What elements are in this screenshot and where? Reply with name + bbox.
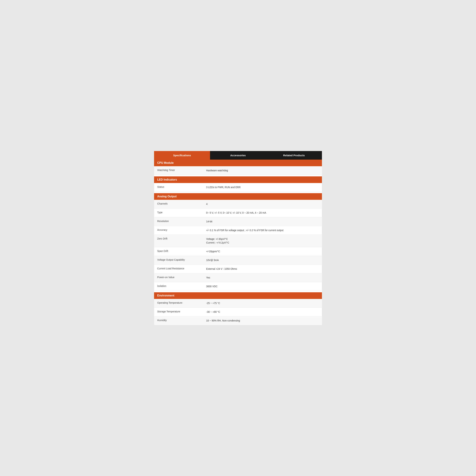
section-header-1: LED Indicators	[154, 176, 322, 183]
spec-row: Current Load ResistanceExternal +24 V : …	[154, 265, 322, 273]
spec-row: Humidity10 ~ 90% RH, Non-condensing	[154, 316, 322, 325]
spec-label: Operating Temperature	[157, 301, 206, 304]
spec-row: Span Drift+/-20ppm/°C	[154, 247, 322, 256]
spec-label: Status	[157, 186, 206, 188]
spec-value: -25 ~ +75 °C	[206, 301, 319, 305]
spec-label: Humidity	[157, 319, 206, 322]
section-header-2: Analog Output	[154, 193, 322, 200]
spec-row: Operating Temperature-25 ~ +75 °C	[154, 299, 322, 308]
spec-row: Voltage Output Capability10V@ 5mA	[154, 256, 322, 265]
spec-label: Isolation	[157, 285, 206, 287]
spec-label: Channels	[157, 202, 206, 205]
spec-label: Storage Temperature	[157, 310, 206, 313]
spec-value: External +24 V : 1050 Ohms	[206, 267, 319, 271]
spec-row: Type0~ 5 V, +/- 5 V, 0~ 10 V, +/- 10 V, …	[154, 208, 322, 217]
spec-label: Span Drift	[157, 250, 206, 253]
spec-value: 10V@ 5mA	[206, 258, 319, 262]
spec-value: 10 ~ 90% RH, Non-condensing	[206, 319, 319, 323]
spec-row: Resolution14-bit	[154, 217, 322, 226]
spec-label: Resolution	[157, 220, 206, 222]
spec-value: Voltage: +/-30μV/°CCurrent:: +/-0.2μV/°C	[206, 237, 319, 245]
spec-label: Accuracy	[157, 228, 206, 231]
spec-row: Status3 LEDs to PWR, RUN and ERR	[154, 183, 322, 192]
section-spacer	[154, 192, 322, 193]
spec-row: Accuracy+/- 0.1 % of FSR for voltage out…	[154, 226, 322, 235]
spec-value: 0~ 5 V, +/- 5 V, 0~ 10 V, +/- 10 V, 0 ~ …	[206, 211, 319, 215]
spec-label: Current Load Resistance	[157, 267, 206, 270]
section-spacer	[154, 175, 322, 176]
spec-value: Yes	[206, 276, 319, 280]
spec-value: +/-20ppm/°C	[206, 250, 319, 253]
spec-label: Zero Drift	[157, 237, 206, 240]
sections-container: CPU ModuleWatchdog TimerHardware watchdo…	[154, 160, 322, 325]
spec-value: 3000 VDC	[206, 285, 319, 288]
tab-accessories[interactable]: Accessories	[210, 151, 266, 160]
spec-row: Storage Temperature-30 ~ +80 °C	[154, 308, 322, 316]
spec-row: Watchdog TimerHardware watchdog	[154, 166, 322, 175]
spec-value: +/- 0.1 % of FSR for voltage output ; +/…	[206, 228, 319, 232]
spec-row: Isolation3000 VDC	[154, 282, 322, 291]
section-spacer	[154, 291, 322, 292]
spec-value: -30 ~ +80 °C	[206, 310, 319, 314]
specs-container: SpecificationsAccessoriesRelated Product…	[154, 151, 322, 325]
spec-row: Power-on ValueYes	[154, 273, 322, 282]
spec-label: Type	[157, 211, 206, 214]
spec-value: 14-bit	[206, 220, 319, 223]
spec-row: Zero DriftVoltage: +/-30μV/°CCurrent:: +…	[154, 235, 322, 247]
tab-related-products[interactable]: Related Products	[266, 151, 322, 160]
tab-specifications[interactable]: Specifications	[154, 151, 210, 160]
spec-label: Voltage Output Capability	[157, 258, 206, 261]
spec-row: Channels4	[154, 200, 322, 208]
spec-label: Power-on Value	[157, 276, 206, 279]
section-header-3: Environment	[154, 292, 322, 299]
tab-header: SpecificationsAccessoriesRelated Product…	[154, 151, 322, 160]
section-header-0: CPU Module	[154, 160, 322, 166]
spec-value: Hardware watchdog	[206, 169, 319, 172]
spec-value: 3 LEDs to PWR, RUN and ERR	[206, 186, 319, 189]
spec-label: Watchdog Timer	[157, 169, 206, 171]
spec-value: 4	[206, 202, 319, 206]
